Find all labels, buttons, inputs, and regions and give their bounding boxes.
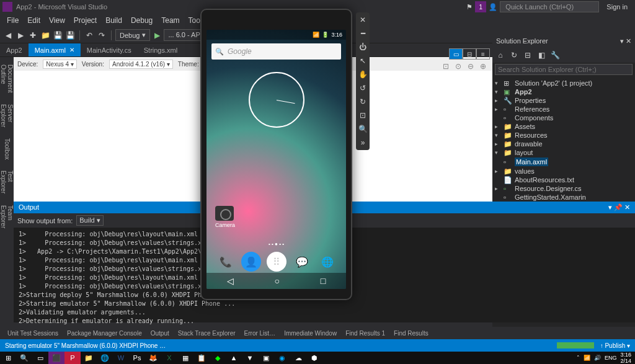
app7-icon[interactable]: ▣ [258, 352, 274, 364]
vs-taskbar-icon[interactable]: ⬛ [48, 352, 64, 364]
quick-launch-input[interactable]: Quick Launch (Ctrl+Q) [500, 1, 599, 12]
tab-output[interactable]: Output [147, 329, 173, 338]
tree-assets[interactable]: ▸📁Assets [495, 122, 633, 131]
chrome-icon[interactable]: 🌐 [97, 352, 113, 364]
properties-icon[interactable]: 🔧 [549, 50, 561, 61]
tray-clock[interactable]: 3:16 [620, 352, 631, 358]
pin-icon[interactable]: ▾ 📌 ✕ [608, 203, 630, 211]
phone-app-icon[interactable]: 📞 [216, 252, 236, 272]
tab-strings[interactable]: Strings.xml [138, 43, 184, 56]
tab-errorlist[interactable]: Error List… [241, 329, 280, 338]
messages-app-icon[interactable]: 💬 [292, 252, 312, 272]
open-icon[interactable]: 📁 [40, 30, 51, 41]
undo-icon[interactable]: ↶ [84, 30, 95, 41]
menu-build[interactable]: Build [101, 16, 127, 25]
split-view-button[interactable]: ⊟ [463, 48, 476, 60]
emu-rotate-right-icon[interactable]: ↻ [358, 97, 368, 107]
sol-dropdown-icon[interactable]: ▾ ✕ [620, 37, 631, 45]
design-view-button[interactable]: ▭ [449, 48, 463, 60]
flag-icon[interactable]: ⚑ [466, 3, 473, 11]
start-button[interactable]: ⊞ [0, 352, 16, 364]
browser-app-icon[interactable]: 🌐 [318, 252, 337, 272]
emu-minimize-icon[interactable]: ━ [358, 29, 368, 38]
tab-test-explorer[interactable]: Test Explorer [0, 166, 15, 198]
tab-team-explorer[interactable]: Team Explorer [0, 200, 15, 233]
nav-fwd-icon[interactable]: ▶ [15, 30, 26, 41]
zoom-out-icon[interactable]: ⊖ [468, 62, 477, 72]
zoom-fit-icon[interactable]: ⊡ [443, 62, 453, 72]
menu-project[interactable]: Project [69, 16, 101, 25]
tab-document-outline[interactable]: Document Outline [0, 60, 15, 98]
zoom-actual-icon[interactable]: ⊙ [455, 62, 465, 72]
tab-mainactivity[interactable]: MainActivity.cs [81, 43, 138, 56]
collapse-icon[interactable]: ⊟ [522, 50, 533, 61]
tree-solution[interactable]: ▾⊞Solution 'App2' (1 project) [495, 79, 633, 87]
ps-icon[interactable]: Ps [129, 352, 145, 364]
apps-drawer-icon[interactable]: ⠿ [267, 252, 286, 272]
zoom-in-icon[interactable]: ⊕ [480, 62, 490, 72]
tree-drawable[interactable]: ▸📁drawable [495, 140, 633, 148]
tray-vol-icon[interactable]: 🔊 [594, 355, 601, 361]
source-view-button[interactable]: ≡ [476, 48, 490, 60]
emu-fit-icon[interactable]: ⊡ [358, 110, 368, 120]
redo-icon[interactable]: ↷ [96, 30, 107, 41]
emu-close-icon[interactable]: ✕ [358, 15, 368, 25]
tab-toolbox[interactable]: Toolbox [2, 133, 12, 164]
app2-icon[interactable]: ▦ [177, 352, 193, 364]
emu-pointer-icon[interactable]: ↖ [358, 56, 368, 66]
app4-icon[interactable]: ◆ [210, 352, 226, 364]
explorer-icon[interactable]: 📁 [81, 352, 97, 364]
emu-power-icon[interactable]: ⏻ [358, 42, 368, 52]
tree-about[interactable]: 📄AboutResources.txt [495, 175, 633, 184]
nav-back-icon[interactable]: ◀ [2, 30, 14, 41]
tab-unit-test[interactable]: Unit Test Sessions [4, 329, 62, 338]
home-button[interactable]: ○ [275, 276, 280, 286]
app-icon[interactable]: P [64, 352, 81, 364]
publish-button[interactable]: ↑ Publish ▾ [600, 342, 630, 349]
tab-stacktrace[interactable]: Stack Trace Explorer [174, 329, 239, 338]
output-source-dropdown[interactable]: Build ▾ [76, 215, 104, 226]
notification-badge[interactable]: 1 [475, 1, 486, 12]
tab-immediate[interactable]: Immediate Window [280, 329, 340, 338]
app9-icon[interactable]: ☁ [290, 352, 306, 364]
menu-view[interactable]: View [45, 16, 69, 25]
emu-zoom-icon[interactable]: 🔍 [358, 124, 368, 134]
tab-app2[interactable]: App2 [0, 43, 29, 56]
tree-main-axml[interactable]: ▫Main.axml [495, 157, 633, 167]
config-dropdown[interactable]: Debug ▾ [115, 29, 150, 41]
google-search-widget[interactable]: 🔍 Google [211, 43, 341, 60]
android-emulator[interactable]: 📶 🔋 3:16 🔍 Google Camera • • ● • • 📞 👤 ⠿… [200, 9, 352, 300]
sol-search-input[interactable] [495, 64, 633, 75]
emu-more-icon[interactable]: » [358, 138, 368, 148]
taskview-icon[interactable]: ▭ [32, 352, 48, 364]
tree-properties[interactable]: ▸🔧Properties [495, 96, 633, 105]
app8-icon[interactable]: ◉ [274, 352, 290, 364]
tree-values[interactable]: ▸📁values [495, 167, 633, 175]
emu-rotate-left-icon[interactable]: ↺ [358, 83, 368, 93]
tree-components[interactable]: ▫Components [495, 113, 633, 122]
save-all-icon[interactable]: 💾 [64, 30, 76, 41]
search-icon[interactable]: 🔍 [16, 352, 32, 364]
camera-app-icon[interactable]: Camera [215, 206, 235, 228]
tab-main-axml[interactable]: Main.axml✕ [29, 43, 81, 56]
app5-icon[interactable]: ▲ [226, 352, 242, 364]
tray-net-icon[interactable]: 📶 [584, 355, 590, 361]
analog-clock-widget[interactable] [249, 72, 304, 128]
app6-icon[interactable]: ▼ [242, 352, 258, 364]
tray-lang[interactable]: ENG [605, 355, 617, 361]
menu-edit[interactable]: Edit [23, 16, 45, 25]
word-icon[interactable]: W [113, 352, 129, 364]
user-icon[interactable]: 👤 [489, 3, 497, 11]
recents-button[interactable]: □ [321, 276, 326, 286]
tree-references[interactable]: ▸▫References [495, 105, 633, 113]
tree-project[interactable]: ▾▣App2 [495, 87, 633, 96]
signin-link[interactable]: Sign in [602, 3, 633, 11]
refresh-icon[interactable]: ↻ [508, 50, 520, 61]
excel-icon[interactable]: X [161, 352, 177, 364]
tree-getting[interactable]: ▫GettingStarted.Xamarin [495, 193, 633, 202]
menu-debug[interactable]: Debug [127, 16, 157, 25]
emu-multitouch-icon[interactable]: ✋ [358, 69, 368, 79]
menu-file[interactable]: File [2, 16, 23, 25]
app3-icon[interactable]: 📋 [193, 352, 210, 364]
tree-resources[interactable]: ▾📁Resources [495, 131, 633, 140]
